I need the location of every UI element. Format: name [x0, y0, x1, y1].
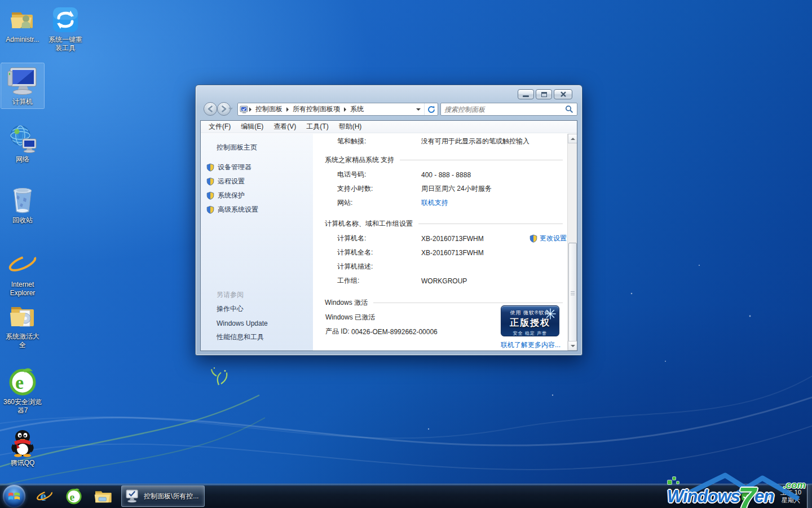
vertical-scrollbar[interactable] [567, 134, 577, 351]
desktop: Administr... 系统一键重装工具 计算机 [0, 0, 812, 508]
sidebar-item-control-panel-home[interactable]: 控制面板主页 [217, 143, 257, 152]
menu-file[interactable]: 文件(F) [204, 122, 236, 132]
search-icon[interactable] [565, 105, 573, 113]
desktop-icon-360-browser[interactable]: e 360安全浏览器7 [1, 366, 44, 415]
start-button[interactable] [3, 485, 25, 507]
desktop-icon-administrator[interactable]: Administr... [1, 3, 44, 44]
search-box[interactable] [440, 103, 577, 116]
hidden-icons-arrow[interactable] [732, 494, 738, 498]
desktop-icon-computer[interactable]: 计算机 [1, 63, 44, 108]
watermark-pixel [677, 481, 679, 484]
sidebar-item-device-manager[interactable]: 设备管理器 [206, 160, 258, 174]
scroll-up-button[interactable] [568, 134, 577, 143]
taskbar-360-button[interactable]: e [59, 485, 89, 507]
speaker-icon [754, 493, 762, 500]
address-dropdown-arrow[interactable] [416, 108, 421, 111]
desktop-icon-network[interactable]: 网络 [1, 123, 44, 164]
computer-icon [7, 67, 38, 96]
search-input[interactable] [444, 106, 565, 113]
close-icon [560, 91, 567, 97]
ie-icon: e [7, 249, 38, 279]
desktop-icon-qq[interactable]: 腾讯QQ [1, 427, 44, 467]
menu-edit[interactable]: 编辑(E) [236, 122, 268, 132]
recent-pages-dropdown[interactable] [228, 108, 233, 110]
sidebar-item-performance-tools[interactable]: 性能信息和工具 [217, 330, 268, 344]
breadcrumb-control-panel[interactable]: 控制面板 [252, 104, 286, 114]
pen-touch-label: 笔和触摸: [337, 137, 421, 146]
breadcrumb-chevron[interactable] [286, 107, 289, 112]
sidebar-item-advanced-settings[interactable]: 高级系统设置 [206, 203, 258, 217]
recycle-bin-icon [10, 185, 36, 214]
workgroup-value: WORKGROUP [421, 277, 467, 285]
tray-network-icon[interactable] [766, 493, 774, 500]
address-bar[interactable]: 控制面板 所有控制面板项 系统 [237, 103, 438, 116]
window-client-area: 文件(F) 编辑(E) 查看(V) 工具(T) 帮助(H) 控制面板主页 设备管… [200, 120, 577, 351]
learn-more-link[interactable]: 联机了解更多内容... [501, 340, 561, 350]
desktop-icon-internet-explorer[interactable]: e InternetExplorer [1, 248, 44, 297]
tray-speaker-icon[interactable] [754, 493, 762, 500]
menu-tools[interactable]: 工具(T) [301, 122, 333, 132]
badge-bottom-text: 安全 稳定 声誉 [501, 330, 559, 336]
product-id-label: 产品 ID: [325, 327, 350, 336]
genuine-microsoft-badge[interactable]: 使用 微软®软件 正版授权 安全 稳定 声誉 [501, 305, 559, 336]
svg-text:e: e [15, 252, 25, 277]
maximize-button[interactable] [536, 89, 552, 99]
desktop-icon-activation-collection[interactable]: 系统激活大全 [1, 300, 44, 349]
ie-icon: e [36, 488, 54, 505]
breadcrumb-chevron[interactable] [344, 107, 346, 112]
clock-date: 星期六 [780, 496, 801, 504]
hours-row: 支持小时数: 周日至周六 24小时服务 [337, 182, 567, 196]
activation-status: Windows 已激活 [325, 313, 375, 322]
phone-row: 电话号码: 400 - 888 - 8888 [337, 168, 567, 182]
explorer-folder-icon [94, 488, 112, 504]
back-button[interactable] [204, 102, 217, 116]
system-window-task-icon [125, 489, 140, 503]
desktop-icon-recycle-bin[interactable]: 回收站 [1, 184, 44, 225]
scroll-down-button[interactable] [568, 341, 577, 351]
refresh-button[interactable] [424, 103, 438, 115]
taskbar-clock[interactable]: 上午 10 星期六 [780, 488, 801, 504]
see-also-heading: 另请参阅 [217, 290, 244, 300]
taskbar-explorer-button[interactable] [89, 485, 118, 507]
menu-view[interactable]: 查看(V) [268, 122, 301, 132]
scrollbar-thumb[interactable] [568, 243, 577, 344]
online-support-link[interactable]: 联机支持 [421, 198, 448, 208]
svg-text:e: e [15, 372, 24, 393]
desktop-icon-reinstall-tool[interactable]: 系统一键重装工具 [44, 3, 87, 52]
minimize-button[interactable] [518, 89, 534, 99]
section-rule [373, 303, 563, 303]
computer-name-section-title: 计算机名称、域和工作组设置 [325, 219, 413, 229]
show-desktop-button[interactable] [807, 484, 812, 508]
icon-label: 腾讯QQ [1, 459, 44, 467]
sidebar-item-remote-settings[interactable]: 远程设置 [206, 174, 258, 189]
icon-label: 计算机 [1, 98, 44, 106]
breadcrumb-chevron[interactable] [249, 107, 251, 112]
taskbar: e e [0, 484, 812, 508]
sidebar-item-windows-update[interactable]: Windows Update [217, 316, 268, 330]
menu-help[interactable]: 帮助(H) [334, 122, 367, 132]
section-rule [400, 160, 563, 160]
breadcrumb-system[interactable]: 系统 [347, 104, 367, 114]
workgroup-label: 工作组: [337, 276, 421, 286]
sidebar-item-action-center[interactable]: 操作中心 [217, 302, 268, 316]
system-tray: 上午 10 星期六 [732, 488, 806, 504]
tray-safety-icon[interactable] [742, 492, 750, 501]
genuine-badge-area: 使用 微软®软件 正版授权 安全 稳定 声誉 联机了解更多内容... [501, 305, 561, 350]
icon-label: 系统激活大全 [1, 332, 44, 349]
caption-buttons [518, 89, 572, 99]
sidebar-task-label: 高级系统设置 [218, 205, 258, 214]
product-id-value: 00426-OEM-8992662-00006 [351, 328, 438, 336]
change-settings-link[interactable]: 更改设置 [529, 234, 567, 243]
breadcrumb-all-items[interactable]: 所有控制面板项 [289, 104, 343, 114]
computer-name-label: 计算机名: [337, 234, 421, 243]
icon-label: Administr... [1, 36, 44, 44]
forward-arrow-icon [220, 106, 227, 112]
taskbar-active-window-control-panel[interactable]: 控制面板\所有控... [121, 485, 205, 507]
refresh-icon [427, 106, 435, 113]
taskbar-ie-button[interactable]: e [30, 485, 59, 507]
sidebar-item-system-protection[interactable]: 系统保护 [206, 189, 258, 203]
scroll-down-icon [571, 345, 575, 347]
folder-disc-icon [8, 301, 37, 331]
360-browser-icon: e [65, 488, 82, 505]
close-button[interactable] [554, 89, 572, 99]
